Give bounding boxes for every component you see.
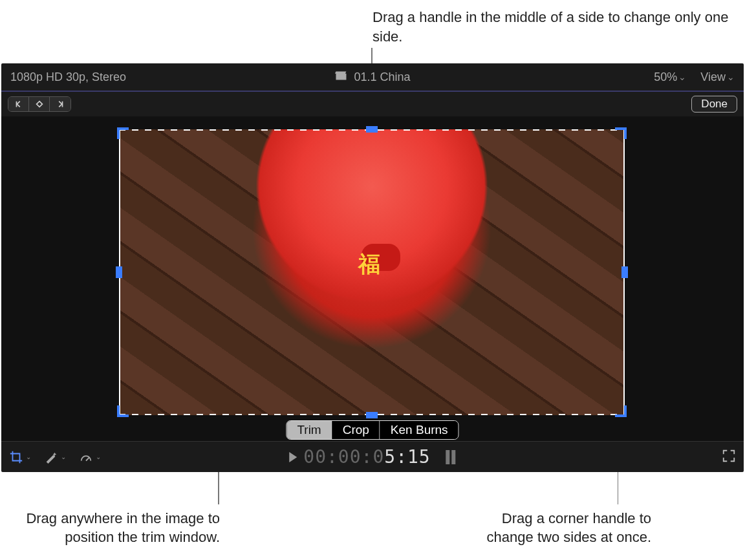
viewer-header: 1080p HD 30p, Stereo 01.1 China 50% ⌄ Vi… <box>1 63 744 91</box>
crop-mode-segmented: Trim Crop Ken Burns <box>286 420 459 440</box>
timecode-text[interactable]: 00:00:05:15 <box>303 446 430 468</box>
clip-title-block: 01.1 China <box>334 70 410 84</box>
chevron-down-icon: ⌄ <box>727 72 735 82</box>
corner-handle-top-left[interactable] <box>117 127 129 139</box>
enhance-tool-popup[interactable]: ⌄ <box>44 450 66 464</box>
callout-corner-handle: Drag a corner handle to change two sides… <box>457 509 651 547</box>
audio-meter-icon <box>446 450 456 464</box>
selection-box <box>119 129 625 415</box>
view-label: View <box>700 70 726 84</box>
callout-image-drag: Drag anywhere in the image to position t… <box>19 509 220 547</box>
done-button[interactable]: Done <box>691 96 737 113</box>
timecode-display: 00:00:05:15 <box>289 446 455 468</box>
timecode-main: 5:15 <box>384 446 430 468</box>
corner-handle-bottom-right[interactable] <box>615 405 627 417</box>
zoom-popup[interactable]: 50% ⌄ <box>654 70 686 84</box>
nav-next-button[interactable] <box>50 97 70 111</box>
edge-handle-left[interactable] <box>116 266 122 278</box>
trim-frame[interactable]: 福 <box>119 129 625 415</box>
viewer-subbar: Done <box>1 92 744 116</box>
edge-handle-top[interactable] <box>366 126 378 133</box>
nav-button-group <box>8 96 71 112</box>
edge-handle-bottom[interactable] <box>366 412 378 418</box>
fullscreen-icon <box>722 449 736 463</box>
speedometer-icon <box>79 450 93 464</box>
retime-tool-popup[interactable]: ⌄ <box>79 450 101 464</box>
clapperboard-icon <box>334 70 347 84</box>
nav-prev-button[interactable] <box>8 97 29 111</box>
nav-keyframe-button[interactable] <box>29 97 50 111</box>
crop-icon <box>9 450 23 464</box>
viewer-panel: 1080p HD 30p, Stereo 01.1 China 50% ⌄ Vi… <box>1 63 744 472</box>
edge-handle-right[interactable] <box>621 266 628 278</box>
chevron-down-icon: ⌄ <box>61 453 66 460</box>
chevron-down-icon: ⌄ <box>26 453 31 460</box>
timecode-prefix: 00:00:0 <box>303 446 384 468</box>
clip-title: 01.1 China <box>354 70 410 84</box>
corner-handle-bottom-left[interactable] <box>117 405 129 417</box>
segment-kenburns[interactable]: Ken Burns <box>380 421 459 439</box>
magic-wand-icon <box>44 450 58 464</box>
fullscreen-button[interactable] <box>722 449 736 466</box>
chevron-down-icon: ⌄ <box>678 72 686 82</box>
viewer-toolbar: ⌄ ⌄ ⌄ 00:00:05:15 <box>1 441 744 472</box>
format-label: 1080p HD 30p, Stereo <box>10 70 126 84</box>
callout-side-handle: Drag a handle in the middle of a side to… <box>372 8 735 46</box>
segment-trim[interactable]: Trim <box>286 421 332 439</box>
zoom-value: 50% <box>654 70 677 84</box>
corner-handle-top-right[interactable] <box>615 127 627 139</box>
chevron-down-icon: ⌄ <box>96 453 101 460</box>
play-button[interactable] <box>289 452 297 462</box>
viewer-area: 福 Trim Crop Ken Burns <box>1 116 744 441</box>
crop-tool-popup[interactable]: ⌄ <box>9 450 31 464</box>
view-popup[interactable]: View ⌄ <box>700 70 735 84</box>
segment-crop[interactable]: Crop <box>332 421 380 439</box>
